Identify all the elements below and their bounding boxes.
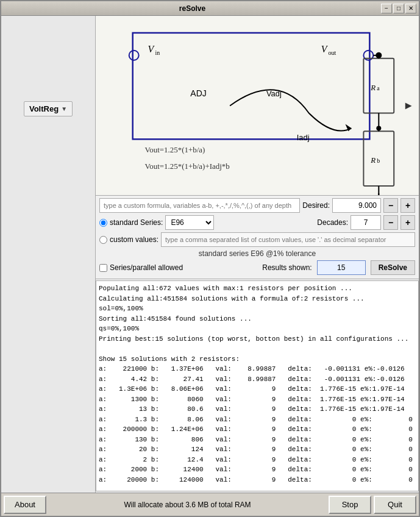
status-text: Will allocate about 3.6 MB of total RAM: [49, 501, 326, 509]
decades-minus-button[interactable]: −: [383, 215, 398, 230]
output-area[interactable]: Populating all:672 values with max:1 res…: [96, 280, 419, 491]
svg-text:V: V: [148, 44, 155, 54]
nav-arrow[interactable]: ►: [403, 99, 414, 112]
svg-text:R: R: [370, 155, 376, 165]
svg-text:ADJ: ADJ: [190, 88, 206, 98]
svg-text:in: in: [155, 49, 160, 56]
series-select[interactable]: E96 E24 E12 E6: [165, 215, 214, 230]
desired-minus-button[interactable]: −: [383, 198, 398, 213]
svg-text:V: V: [321, 44, 329, 54]
about-button[interactable]: About: [4, 496, 46, 514]
svg-text:b: b: [377, 157, 380, 164]
custom-row: custom values:: [99, 232, 415, 247]
schematic-area: V in V out ADJ Vadj R a: [96, 16, 419, 196]
svg-text:Vout=1.25*(1+b/a): Vout=1.25*(1+b/a): [145, 145, 205, 154]
custom-values-radio[interactable]: [99, 236, 107, 244]
minimize-button[interactable]: −: [381, 4, 392, 13]
window-title: reSolve: [4, 4, 381, 13]
title-bar: reSolve − □ ✕: [1, 1, 419, 16]
standard-series-label: standard Series:: [110, 218, 163, 227]
decades-plus-button[interactable]: +: [400, 215, 415, 230]
results-row: Series/parallel allowed Results shown: R…: [99, 260, 415, 275]
formula-input[interactable]: [99, 198, 300, 213]
tolerance-line: standard series E96 @1% tolerance: [99, 249, 415, 258]
voltreg-label: VoltReg: [29, 104, 59, 113]
desired-plus-button[interactable]: +: [400, 198, 415, 213]
svg-point-20: [376, 126, 381, 130]
svg-text:a: a: [377, 85, 380, 91]
maximize-button[interactable]: □: [393, 4, 404, 13]
decades-label: Decades:: [317, 218, 348, 227]
series-parallel-check-label[interactable]: Series/parallel allowed: [99, 263, 183, 272]
custom-values-radio-label[interactable]: custom values:: [99, 235, 158, 244]
voltreg-selector[interactable]: VoltReg ▼: [24, 101, 73, 116]
quit-button[interactable]: Quit: [374, 496, 416, 514]
close-button[interactable]: ✕: [405, 4, 416, 13]
controls-area: Desired: − + standard Series: E96 E24: [96, 196, 419, 279]
window-controls: − □ ✕: [381, 4, 416, 13]
standard-series-radio-label[interactable]: standard Series:: [99, 218, 163, 227]
formula-row: Desired: − +: [99, 198, 415, 213]
voltreg-dropdown-arrow: ▼: [61, 105, 67, 112]
series-select-wrap: E96 E24 E12 E6: [165, 215, 214, 230]
svg-text:Iadj: Iadj: [297, 133, 310, 142]
schematic-svg: V in V out ADJ Vadj R a: [96, 16, 419, 195]
stop-button[interactable]: Stop: [329, 496, 371, 514]
custom-values-input[interactable]: [161, 232, 415, 247]
svg-text:out: out: [329, 49, 336, 56]
resolve-button[interactable]: ReSolve: [371, 260, 415, 275]
status-bar: About Will allocate about 3.6 MB of tota…: [1, 493, 419, 516]
results-shown-label: Results shown:: [262, 263, 311, 272]
svg-point-1: [129, 51, 139, 60]
svg-text:R: R: [370, 83, 376, 92]
decades-input[interactable]: [351, 215, 381, 230]
content-area: VoltReg ▼ V in: [1, 16, 419, 493]
right-panel: V in V out ADJ Vadj R a: [96, 16, 419, 493]
main-window: reSolve − □ ✕ VoltReg ▼: [0, 0, 420, 517]
series-parallel-checkbox[interactable]: [99, 264, 107, 272]
left-panel: VoltReg ▼: [1, 16, 96, 493]
results-input[interactable]: [317, 260, 366, 275]
svg-text:Vout=1.25*(1+b/a)+Iadj*b: Vout=1.25*(1+b/a)+Iadj*b: [145, 162, 230, 171]
series-row: standard Series: E96 E24 E12 E6 Decades:…: [99, 215, 415, 230]
series-parallel-label: Series/parallel allowed: [110, 263, 183, 272]
desired-input[interactable]: [332, 198, 381, 213]
desired-label: Desired:: [302, 201, 330, 210]
standard-series-radio[interactable]: [99, 219, 107, 227]
custom-values-label: custom values:: [110, 235, 158, 244]
